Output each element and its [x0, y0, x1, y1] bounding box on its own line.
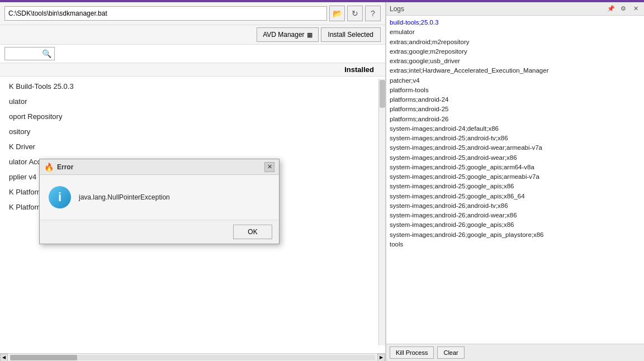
ide-top-bar: [0, 0, 644, 2]
dialog-body: i java.lang.NullPointerException: [40, 175, 279, 220]
fire-icon: 🔥: [44, 163, 54, 172]
action-toolbar: AVD Manager ▦ Install Selected: [0, 25, 385, 45]
search-input[interactable]: [8, 50, 42, 58]
logs-settings-button[interactable]: ⚙: [618, 4, 628, 14]
logs-pin-button[interactable]: 📌: [606, 4, 616, 14]
kill-process-button[interactable]: Kill Process: [390, 346, 434, 359]
log-entry: build-tools;25.0.3: [390, 18, 641, 27]
log-entry: system-images;android-25;android-wear;x8…: [390, 153, 641, 163]
log-entry: platforms;android-25: [390, 104, 641, 114]
log-entry: extras;intel;Hardware_Accelerated_Execut…: [390, 66, 641, 75]
log-entry: system-images;android-26;android-tv;x86: [390, 201, 641, 211]
install-selected-label: Install Selected: [328, 31, 373, 39]
vertical-scrollbar[interactable]: [378, 79, 385, 345]
list-item: K Build-Tools 25.0.3: [0, 79, 385, 94]
log-entry: patcher;v4: [390, 76, 641, 86]
dialog-close-button[interactable]: ✕: [264, 162, 274, 172]
ok-button[interactable]: OK: [233, 225, 272, 239]
scroll-thumb-h[interactable]: [10, 355, 77, 360]
logs-title: Logs: [390, 5, 606, 13]
log-entry: extras;android;m2repository: [390, 37, 641, 47]
clear-button[interactable]: Clear: [437, 346, 464, 359]
sdk-path-input[interactable]: [4, 6, 327, 21]
horizontal-scrollbar[interactable]: ◀ ▶: [0, 353, 385, 361]
list-item: ository: [0, 124, 385, 139]
logs-content[interactable]: build-tools;25.0.3emulatorextras;android…: [386, 16, 644, 344]
log-entry: system-images;android-24;default;x86: [390, 124, 641, 134]
log-entry: system-images;android-25;google_apis;arm…: [390, 163, 641, 172]
scroll-right-arrow[interactable]: ▶: [377, 354, 385, 362]
installed-column-header: Installed: [344, 65, 374, 74]
log-entry: platform-tools: [390, 86, 641, 95]
dialog-title: Error: [57, 163, 264, 171]
logs-bottom-bar: Kill Process Clear: [386, 344, 644, 361]
grid-icon: ▦: [307, 31, 312, 39]
log-entry: emulator: [390, 27, 641, 37]
search-input-wrap: 🔍: [4, 47, 55, 60]
error-message: java.lang.NullPointerException: [79, 193, 170, 201]
logs-icon-group: 📌 ⚙ ✕: [606, 4, 641, 14]
list-item: ulator: [0, 94, 385, 109]
top-toolbar: 📂 ↻ ?: [0, 2, 385, 25]
log-entry: system-images;android-26;google_apis_pla…: [390, 230, 641, 240]
log-entry: platforms;android-26: [390, 115, 641, 124]
clear-label: Clear: [443, 349, 458, 356]
install-selected-button[interactable]: Install Selected: [321, 27, 381, 42]
table-header: Installed: [0, 63, 385, 77]
refresh-button[interactable]: ↻: [347, 6, 363, 21]
error-dialog: 🔥 Error ✕ i java.lang.NullPointerExcepti…: [39, 159, 280, 244]
log-entry: system-images;android-26;android-wear;x8…: [390, 211, 641, 220]
avd-manager-button[interactable]: AVD Manager ▦: [257, 27, 318, 42]
avd-manager-label: AVD Manager: [263, 31, 304, 39]
list-item: K Driver: [0, 139, 385, 154]
info-icon: i: [49, 186, 71, 208]
search-bar: 🔍: [0, 45, 385, 63]
scroll-thumb-vertical[interactable]: [380, 80, 385, 108]
folder-open-button[interactable]: 📂: [329, 6, 345, 21]
log-entry: extras;google;usb_driver: [390, 56, 641, 66]
help-button[interactable]: ?: [365, 6, 381, 21]
log-entry: system-images;android-25;android-wear;ar…: [390, 143, 641, 153]
log-entry: system-images;android-25;google_apis;x86: [390, 182, 641, 191]
log-entry: tools: [390, 240, 641, 249]
scroll-left-arrow[interactable]: ◀: [0, 354, 8, 362]
dialog-titlebar: 🔥 Error ✕: [40, 159, 279, 175]
search-icon[interactable]: 🔍: [42, 49, 51, 58]
dialog-footer: OK: [40, 220, 279, 244]
logs-panel: Logs 📌 ⚙ ✕ build-tools;25.0.3emulatorext…: [386, 2, 644, 361]
scroll-track-h[interactable]: [10, 355, 375, 360]
log-entry: system-images;android-25;android-tv;x86: [390, 134, 641, 143]
folder-icon: 📂: [333, 9, 342, 18]
help-icon: ?: [371, 9, 375, 18]
log-entry: platforms;android-24: [390, 95, 641, 104]
log-entry: system-images;android-25;google_apis;arm…: [390, 172, 641, 182]
logs-header: Logs 📌 ⚙ ✕: [386, 2, 644, 16]
refresh-icon: ↻: [352, 9, 358, 18]
log-entry: extras;google;m2repository: [390, 47, 641, 56]
log-entry: system-images;android-25;google_apis;x86…: [390, 192, 641, 201]
list-item: oport Repository: [0, 109, 385, 124]
logs-close-button[interactable]: ✕: [631, 4, 641, 14]
log-entry: system-images;android-26;google_apis;x86: [390, 220, 641, 230]
kill-process-label: Kill Process: [396, 349, 428, 356]
sdk-manager-panel: 📂 ↻ ? AVD Manager ▦ Install Selected 🔍: [0, 2, 386, 361]
